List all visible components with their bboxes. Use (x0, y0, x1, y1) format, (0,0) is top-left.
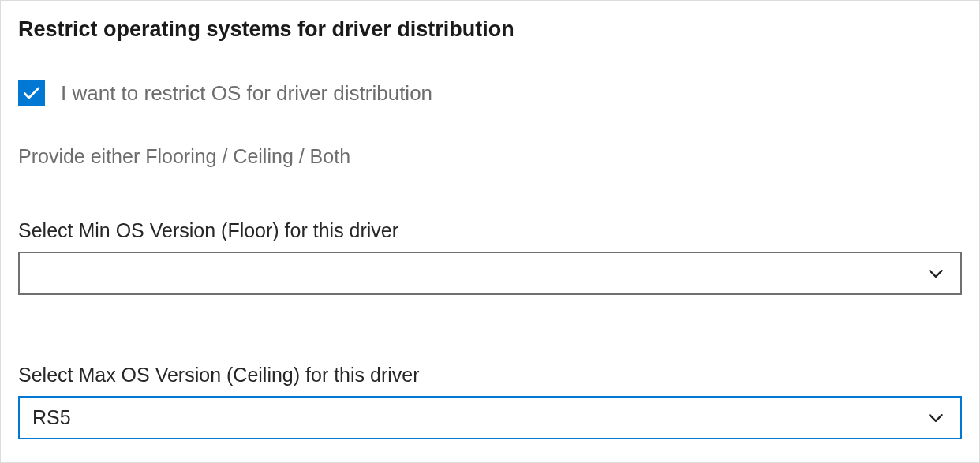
min-os-select-wrap (18, 252, 962, 295)
min-os-label: Select Min OS Version (Floor) for this d… (18, 218, 962, 242)
restrict-os-checkbox[interactable] (18, 80, 45, 106)
restrict-os-checkbox-row: I want to restrict OS for driver distrib… (18, 80, 962, 106)
restrict-os-checkbox-label[interactable]: I want to restrict OS for driver distrib… (61, 81, 432, 106)
max-os-label: Select Max OS Version (Ceiling) for this… (18, 363, 962, 386)
checkmark-icon (21, 83, 42, 103)
max-os-select-wrap: RS5 (18, 396, 962, 439)
helper-text: Provide either Flooring / Ceiling / Both (18, 144, 962, 168)
min-os-field: Select Min OS Version (Floor) for this d… (18, 218, 962, 295)
section-heading: Restrict operating systems for driver di… (18, 17, 962, 42)
max-os-select[interactable]: RS5 (18, 396, 962, 439)
min-os-select[interactable] (18, 252, 962, 295)
restrict-os-pane: Restrict operating systems for driver di… (0, 0, 980, 463)
max-os-field: Select Max OS Version (Ceiling) for this… (18, 363, 962, 439)
max-os-value: RS5 (32, 406, 71, 429)
